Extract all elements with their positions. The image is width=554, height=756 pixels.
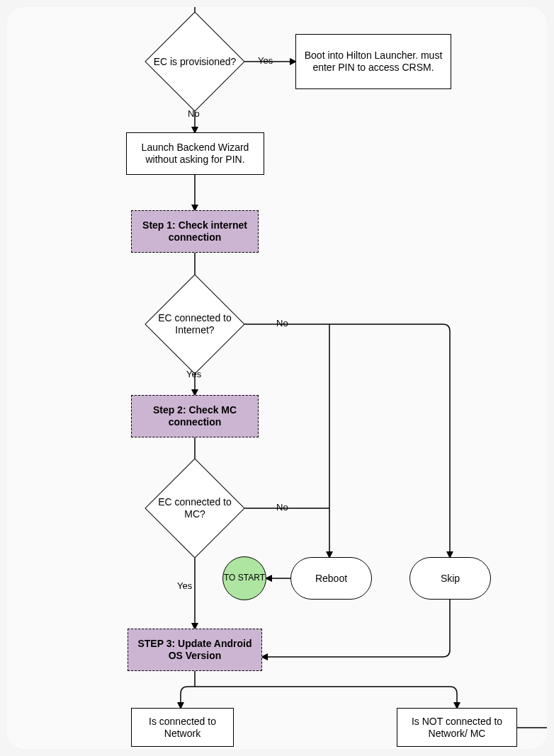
terminal-to-start: TO START — [222, 556, 266, 600]
step-1: Step 1: Check internet connection — [131, 210, 259, 253]
edges-layer — [7, 7, 547, 749]
step-3: STEP 3: Update Android OS Version — [128, 629, 262, 671]
step-1-label: Step 1: Check internet connection — [136, 219, 254, 244]
decision-ec-mc-label: EC connected to MC? — [145, 473, 244, 544]
decision-ec-provisioned: EC is provisioned? — [159, 26, 230, 97]
process-boot-hilton-label: Boot into Hilton Launcher. must enter PI… — [300, 50, 446, 74]
flowchart-canvas: EC is provisioned? Boot into Hilton Laun… — [7, 7, 547, 749]
edge-label-yes-3: Yes — [177, 580, 192, 591]
edge-label-no-3: No — [276, 502, 288, 512]
edge-label-yes-1: Yes — [258, 55, 273, 66]
terminal-skip: Skip — [409, 557, 491, 600]
process-not-connected-network-label: Is NOT connected to Network/ MC — [400, 716, 514, 740]
edge-label-no-2: No — [276, 318, 288, 328]
terminal-reboot: Reboot — [290, 557, 372, 600]
process-connected-network: Is connected to Network — [131, 708, 234, 747]
decision-ec-mc: EC connected to MC? — [159, 473, 230, 544]
decision-ec-internet: EC connected to Internet? — [159, 289, 230, 360]
terminal-skip-label: Skip — [441, 573, 460, 585]
terminal-to-start-label: TO START — [224, 573, 265, 583]
decision-ec-internet-label: EC connected to Internet? — [145, 289, 244, 360]
process-boot-hilton: Boot into Hilton Launcher. must enter PI… — [295, 34, 451, 89]
process-launch-wizard-label: Launch Backend Wizard without asking for… — [131, 142, 259, 166]
terminal-reboot-label: Reboot — [315, 573, 347, 585]
edge-label-no-1: No — [188, 108, 200, 119]
step-3-label: STEP 3: Update Android OS Version — [132, 638, 257, 662]
process-connected-network-label: Is connected to Network — [135, 716, 230, 740]
step-2: Step 2: Check MC connection — [131, 395, 259, 437]
decision-ec-provisioned-label: EC is provisioned? — [145, 26, 244, 97]
step-2-label: Step 2: Check MC connection — [136, 404, 254, 428]
process-not-connected-network: Is NOT connected to Network/ MC — [397, 708, 517, 747]
edge-label-yes-2: Yes — [186, 369, 201, 379]
process-launch-wizard: Launch Backend Wizard without asking for… — [126, 132, 264, 175]
